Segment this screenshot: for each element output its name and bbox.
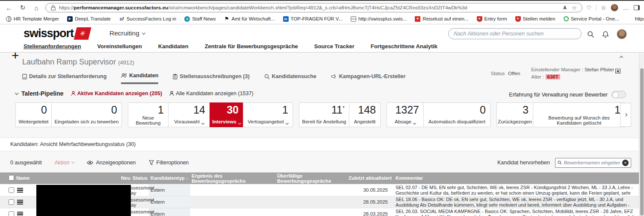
- stage-neue-bewerbung[interactable]: 1Neue Bewerbung: [128, 102, 168, 127]
- select-all-checkbox[interactable]: [9, 175, 14, 181]
- bookmark-staff-news[interactable]: SStaff News: [184, 16, 216, 22]
- col-zuletzt-aktualisiert[interactable]: Zuletzt aktualisiert: [349, 175, 388, 181]
- stage-vorauswahl[interactable]: 14Vorauswahl: [168, 102, 210, 127]
- notifications-bell-icon[interactable]: [602, 31, 609, 38]
- home-icon[interactable]: ⌂: [32, 4, 41, 12]
- row-checkbox[interactable]: [9, 187, 14, 193]
- display-options-button[interactable]: Anzeigeoptionen: [87, 160, 136, 166]
- flag-icon: ⚑: [224, 16, 230, 22]
- col-kandidatentyp[interactable]: Kandidatentyp ↓: [151, 175, 189, 181]
- action-dropdown[interactable]: Aktion: [55, 160, 74, 166]
- age-value-highlight: 630T: [546, 74, 560, 79]
- nav-fortgeschrittene-analytik[interactable]: Fortgeschrittene Analytik: [371, 43, 437, 52]
- pipeline-scroll-right-button[interactable]: [620, 103, 631, 127]
- tab-details-stellenanforderung[interactable]: Details zur Stellenanforderung: [22, 73, 106, 84]
- bookmark-rc-ch[interactable]: https://rc-ch.swissp...: [627, 16, 644, 22]
- candidate-search[interactable]: ×: [555, 158, 631, 168]
- favorites-bar-icon[interactable]: ✩: [601, 5, 606, 11]
- swissport-logo: swissport ✳: [24, 27, 90, 40]
- nav-voreinstellungen[interactable]: Voreinstellungen: [97, 43, 142, 52]
- stage-zurueckgezogen[interactable]: 3Zurückgezogen: [496, 102, 533, 127]
- global-search-input[interactable]: [454, 31, 576, 37]
- nav-stellenanforderungen[interactable]: Stellenanforderungen: [24, 43, 81, 52]
- candidate-search-input[interactable]: [564, 160, 620, 165]
- experience-toggle[interactable]: [612, 91, 626, 98]
- logo-text: swissport: [24, 27, 74, 40]
- tab-kampagnen-url-ersteller[interactable]: Kampagnen-URL-Ersteller: [331, 73, 406, 84]
- active-candidates-link[interactable]: Aktive Kandidaten anzeigen (205): [71, 90, 162, 96]
- org-chart-icon[interactable]: ▣: [615, 69, 620, 73]
- shield-icon: +: [515, 16, 521, 22]
- nav-zentrale-bewerbungsgespraeche[interactable]: Zentrale für Bewerbungsgespräche: [205, 43, 298, 52]
- megaphone-icon: [331, 74, 337, 79]
- row-menu-icon[interactable]: [17, 200, 23, 204]
- nav-kandidaten[interactable]: Kandidaten: [158, 43, 189, 52]
- bookmark-amt-wirtschaft[interactable]: ⚑Amt für Wirtschaft...: [224, 16, 275, 22]
- stage-interviews-selected[interactable]: 30Interviews: [210, 102, 243, 127]
- url-text: https://performancemanager.successfactor…: [59, 5, 467, 10]
- person-icon: [71, 91, 76, 96]
- col-neu[interactable]: Neu: [121, 175, 130, 181]
- stage-angestellt[interactable]: 148Angestellt: [349, 102, 381, 127]
- browser-essentials-icon[interactable]: ♡: [587, 5, 592, 11]
- filter-options-button[interactable]: Filteroptionen: [149, 160, 189, 166]
- collapse-header-icon[interactable]: [620, 56, 623, 59]
- stage-vertragsangebot[interactable]: 1Vertragsangebot: [243, 102, 293, 127]
- nav-source-tracker[interactable]: Source Tracker: [314, 43, 354, 52]
- row-menu-icon[interactable]: [17, 188, 23, 193]
- bookmark-deepl[interactable]: ▶DeepL Translate: [67, 16, 111, 22]
- requisition-id: (4912): [118, 59, 134, 66]
- stage-weitergeleitet[interactable]: 0Weitergeleitet: [15, 102, 52, 127]
- stage-bereit-anstellung[interactable]: 11*Bereit für Anstellung: [299, 102, 349, 127]
- bookmark-swissplus[interactable]: http://swissplus.swis...: [351, 16, 407, 22]
- global-search[interactable]: [448, 28, 582, 39]
- row-checkbox[interactable]: [9, 199, 14, 205]
- bookmark-stellen-melden[interactable]: +Stellen melden: [515, 16, 555, 22]
- row-menu-icon[interactable]: [17, 212, 23, 216]
- col-kommentar[interactable]: Kommentar: [396, 175, 423, 181]
- read-aloud-icon[interactable]: A: [563, 5, 567, 10]
- bookmark-top-fragen[interactable]: inTOP-FRAGEN FÜR V...: [283, 16, 343, 22]
- bookmark-hr-template-merger[interactable]: HR Template Merger: [6, 16, 59, 22]
- sidebar-icon[interactable]: [634, 5, 640, 10]
- user-avatar[interactable]: [617, 29, 627, 39]
- bookmark-reiselust[interactable]: +Reiselust auf einen...: [415, 16, 468, 22]
- col-name[interactable]: Name: [16, 175, 30, 181]
- last-updated-cell: 30.05.2025: [349, 187, 388, 193]
- more-menu-icon[interactable]: ...: [623, 5, 629, 11]
- tab-kandidatensuche[interactable]: Kandidatensuche: [264, 73, 316, 84]
- talent-pipeline-title[interactable]: Talent-Pipeline: [15, 90, 64, 97]
- col-ueberfaellige[interactable]: Überfällige Bewerbungsgespräche: [277, 173, 341, 184]
- favorite-star-icon[interactable]: ☆: [572, 5, 577, 11]
- comment-cell: SEL 18.06 - Basics OK: DE ok, EN sehr gu…: [396, 197, 638, 208]
- refresh-icon[interactable]: ↻: [18, 4, 27, 12]
- col-ergebnis[interactable]: Ergebnis des Bewerbungsgesprächs: [192, 173, 260, 184]
- back-icon[interactable]: ←: [4, 4, 14, 12]
- browser-profile-avatar[interactable]: [611, 4, 618, 12]
- microsoft-icon: [627, 16, 633, 22]
- scrollbar-thumb[interactable]: [640, 68, 644, 216]
- vertical-scrollbar[interactable]: [639, 53, 644, 216]
- search-icon[interactable]: [587, 31, 594, 38]
- stage-autodisqualifiziert[interactable]: 0Automatisch disqualifiziert: [423, 102, 490, 127]
- stage-absage[interactable]: 1327Absage: [387, 102, 424, 127]
- search-icon: [264, 74, 270, 79]
- address-bar[interactable]: https://performancemanager.successfactor…: [45, 3, 582, 12]
- clear-search-icon[interactable]: ×: [622, 160, 629, 166]
- module-selector[interactable]: Recruiting: [109, 29, 145, 37]
- stage-bewerbung-geloescht[interactable]: 1Bewerbung auf Wunsch des Kandidaten gel…: [533, 102, 625, 127]
- stage-eingeladen[interactable]: 0Eingeladen sich zu bewerben: [51, 102, 122, 127]
- tab-stellenausschreibungen[interactable]: Stellenausschreibungen (3): [173, 73, 249, 84]
- talent-pipeline-header: Talent-Pipeline Aktive Kandidaten anzeig…: [15, 90, 254, 97]
- bookmark-entry-form[interactable]: +Entry form: [477, 16, 507, 22]
- all-candidates-link[interactable]: Alle Kandidaten anzeigen (1537): [169, 90, 253, 96]
- chevron-down-icon: [71, 161, 74, 163]
- tab-kandidaten[interactable]: Kandidaten: [121, 73, 158, 84]
- bookmark-service-portal[interactable]: Service Portal - One...: [564, 16, 619, 21]
- job-age: Alter : 630T: [531, 74, 620, 79]
- col-status[interactable]: Status: [133, 175, 148, 181]
- bookmark-successfactors[interactable]: sfSuccessFactors Log in: [119, 16, 176, 22]
- person-icon: [169, 91, 174, 96]
- chevron-down-icon: [413, 122, 416, 125]
- row-checkbox[interactable]: [9, 211, 14, 216]
